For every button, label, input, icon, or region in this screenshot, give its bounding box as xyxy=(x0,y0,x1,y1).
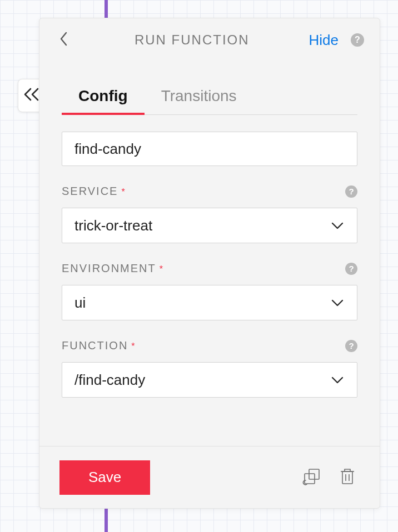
chevron-down-icon xyxy=(330,218,345,233)
chevron-down-icon xyxy=(330,295,345,310)
service-select[interactable]: trick-or-treat xyxy=(62,208,357,243)
function-value: /find-candy xyxy=(74,372,145,389)
panel-title: RUN FUNCTION xyxy=(82,32,302,48)
panel-footer: Save xyxy=(39,446,380,508)
required-star-icon: * xyxy=(121,187,125,197)
delete-button[interactable] xyxy=(335,465,360,490)
function-label-row: FUNCTION* ? xyxy=(62,339,357,352)
save-button[interactable]: Save xyxy=(59,460,150,495)
svg-rect-0 xyxy=(309,469,319,479)
panel-body: Config Transitions SERVICE* ? trick-or-t… xyxy=(39,62,380,446)
tab-config[interactable]: Config xyxy=(62,82,145,115)
environment-value: ui xyxy=(74,294,86,312)
required-star-icon: * xyxy=(131,342,135,351)
help-icon[interactable]: ? xyxy=(351,33,364,47)
service-label: SERVICE* xyxy=(62,185,125,198)
function-select[interactable]: /find-candy xyxy=(62,362,357,398)
chevron-left-icon xyxy=(58,31,69,49)
environment-label-row: ENVIRONMENT* ? xyxy=(62,262,357,275)
service-help-icon[interactable]: ? xyxy=(345,185,357,198)
environment-help-icon[interactable]: ? xyxy=(345,263,357,275)
double-chevron-left-icon xyxy=(23,87,41,104)
function-help-icon[interactable]: ? xyxy=(345,340,357,352)
tabs: Config Transitions xyxy=(62,82,357,115)
run-function-panel: RUN FUNCTION Hide ? Config Transitions S… xyxy=(39,18,380,509)
duplicate-icon xyxy=(302,467,321,488)
required-star-icon: * xyxy=(160,264,163,274)
duplicate-button[interactable] xyxy=(300,465,324,490)
tab-transitions[interactable]: Transitions xyxy=(145,82,253,115)
hide-link[interactable]: Hide xyxy=(309,32,339,49)
service-label-row: SERVICE* ? xyxy=(62,185,357,198)
scroll-area[interactable]: Config Transitions SERVICE* ? trick-or-t… xyxy=(39,62,380,446)
panel-header: RUN FUNCTION Hide ? xyxy=(39,18,380,62)
function-label: FUNCTION* xyxy=(62,339,135,352)
chevron-down-icon xyxy=(330,373,345,387)
name-input[interactable] xyxy=(62,132,357,166)
trash-icon xyxy=(338,467,357,488)
back-button[interactable] xyxy=(53,29,75,51)
service-value: trick-or-treat xyxy=(74,217,152,234)
svg-rect-1 xyxy=(305,474,315,484)
environment-select[interactable]: ui xyxy=(62,285,357,320)
environment-label: ENVIRONMENT* xyxy=(62,262,163,275)
svg-rect-2 xyxy=(342,471,352,484)
